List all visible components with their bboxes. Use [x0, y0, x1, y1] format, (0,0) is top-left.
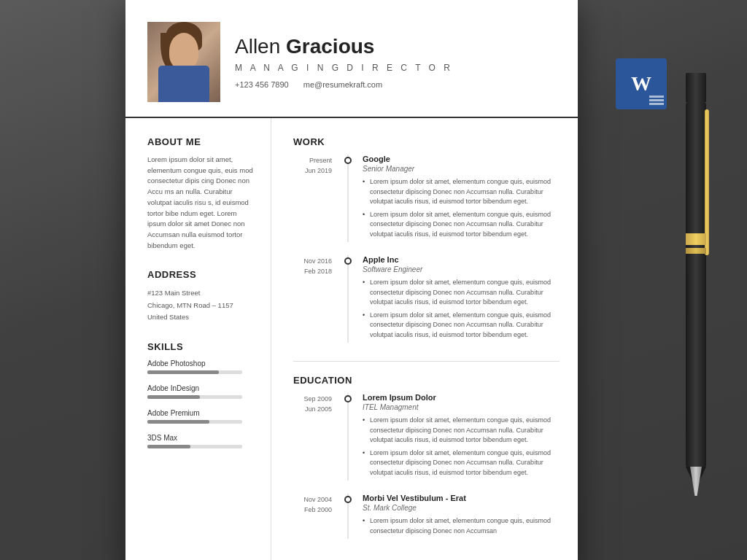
timeline-dot-area [341, 255, 355, 343]
work-bullet: Lorem ipsum dolor sit amet, elementum co… [363, 210, 560, 240]
word-icon: W [616, 58, 667, 109]
skill-bar-fill [147, 395, 200, 399]
email: me@resumekraft.com [303, 80, 382, 89]
about-title: ABOUT ME [147, 136, 256, 147]
edu-item: Nov 2004 Feb 2000 Morbi Vel Vestibulum -… [293, 494, 560, 539]
company-name: Google [363, 155, 560, 163]
job-title: M A N A G I N G D I R E C T O R [235, 63, 549, 73]
head [169, 33, 198, 69]
skill-name: Adobe Photoshop [147, 359, 256, 368]
skill-bar-bg [147, 445, 242, 448]
work-date-end: Feb 2018 [293, 267, 332, 277]
last-name: Gracious [286, 35, 374, 58]
edu-content: Lorem Ipsum Dolor ITEL Managment Lorem i… [355, 393, 560, 481]
skill-bar-fill [147, 370, 219, 374]
address-title: ADDRESS [147, 269, 256, 280]
work-item: Present Jun 2019 Google Senior Manager L… [293, 155, 560, 242]
skill-name: Adobe Premium [147, 409, 256, 417]
skill-bar-bg [147, 395, 242, 399]
work-bullet: Lorem ipsum dolor sit amet, elementum co… [363, 278, 560, 308]
timeline-dot [344, 257, 352, 265]
timeline-dot [344, 496, 352, 503]
work-bullets: Lorem ipsum dolor sit amet, elementum co… [363, 177, 560, 239]
resume-document: Allen Gracious M A N A G I N G D I R E C… [125, 0, 578, 560]
skill-item: Adobe Premium [147, 409, 256, 424]
company-name: Apple Inc [363, 255, 560, 264]
right-column: WORK Present Jun 2019 Google Senior Mana… [271, 118, 578, 560]
skill-bar-fill [147, 420, 209, 424]
skill-name: Adobe InDesign [147, 384, 256, 392]
timeline-line [348, 155, 349, 242]
edu-bullets: Lorem ipsum dolor sit amet, elementum co… [363, 416, 560, 478]
timeline-dot-area [341, 393, 355, 481]
address-line3: United States [147, 313, 189, 321]
institution-name: Morbi Vel Vestibulum - Erat [363, 494, 560, 502]
edu-item: Sep 2009 Jun 2005 Lorem Ipsum Dolor ITEL… [293, 393, 560, 481]
skill-bar-fill [147, 445, 190, 448]
work-date-start: Present [293, 156, 332, 166]
word-icon-letter: W [631, 72, 651, 95]
work-dates: Nov 2016 Feb 2018 [293, 255, 341, 343]
edu-bullet: Lorem ipsum dolor sit amet, elementum co… [363, 416, 560, 446]
full-name: Allen Gracious [235, 35, 549, 58]
timeline-dot [344, 395, 352, 402]
address-line2: Chicago, MTN Road – 1157 [147, 301, 233, 309]
profile-photo [147, 22, 220, 102]
work-content: Apple Inc Software Engineer Lorem ipsum … [355, 255, 560, 343]
header-info: Allen Gracious M A N A G I N G D I R E C… [235, 35, 549, 89]
timeline-line [348, 255, 349, 343]
pen-decoration [674, 73, 718, 496]
phone: +123 456 7890 [235, 80, 289, 89]
work-bullet: Lorem ipsum dolor sit amet, elementum co… [363, 177, 560, 207]
work-date-end: Jun 2019 [293, 166, 332, 176]
work-bullet: Lorem ipsum dolor sit amet, elementum co… [363, 311, 560, 341]
timeline-dot [344, 157, 352, 164]
work-item: Nov 2016 Feb 2018 Apple Inc Software Eng… [293, 255, 560, 343]
skill-name: 3DS Max [147, 434, 256, 442]
edu-date-start: Nov 2004 [293, 495, 332, 505]
work-section: WORK Present Jun 2019 Google Senior Mana… [293, 136, 560, 343]
work-bullets: Lorem ipsum dolor sit amet, elementum co… [363, 278, 560, 340]
first-name: Allen [235, 35, 280, 58]
skill-item: Adobe Photoshop [147, 359, 256, 374]
edu-bullet: Lorem ipsum dolor sit amet, elementum co… [363, 516, 560, 536]
edu-bullet: Lorem ipsum dolor sit amet, elementum co… [363, 448, 560, 478]
skills-title: SKILLS [147, 341, 256, 352]
resume-body: ABOUT ME Lorem ipsum dolor sit amet, ele… [125, 118, 578, 560]
edu-title: EDUCATION [293, 375, 560, 386]
resume-header: Allen Gracious M A N A G I N G D I R E C… [125, 0, 578, 118]
work-timeline: Present Jun 2019 Google Senior Manager L… [293, 155, 560, 343]
address-text: #123 Main Street Chicago, MTN Road – 115… [147, 287, 256, 322]
skill-bar-bg [147, 420, 242, 424]
edu-date-start: Sep 2009 [293, 394, 332, 405]
edu-timeline: Sep 2009 Jun 2005 Lorem Ipsum Dolor ITEL… [293, 393, 560, 539]
timeline-line [348, 393, 349, 481]
work-date-start: Nov 2016 [293, 257, 332, 267]
skill-item: 3DS Max [147, 434, 256, 448]
edu-content: Morbi Vel Vestibulum - Erat St. Mark Col… [355, 494, 560, 539]
education-section: EDUCATION Sep 2009 Jun 2005 Lorem Ipsum … [293, 375, 560, 539]
word-icon-lines [649, 96, 664, 106]
skills-list: Adobe Photoshop Adobe InDesign Adobe Pre… [147, 359, 256, 448]
edu-dates: Nov 2004 Feb 2000 [293, 494, 341, 539]
skill-item: Adobe InDesign [147, 384, 256, 399]
job-role: Software Engineer [363, 265, 560, 273]
timeline-dot-area [341, 155, 355, 242]
edu-bullets: Lorem ipsum dolor sit amet, elementum co… [363, 516, 560, 536]
work-title: WORK [293, 136, 560, 147]
skill-bar-bg [147, 370, 242, 374]
program-name: St. Mark College [363, 504, 560, 512]
work-content: Google Senior Manager Lorem ipsum dolor … [355, 155, 560, 242]
left-column: ABOUT ME Lorem ipsum dolor sit amet, ele… [125, 118, 271, 560]
timeline-dot-area [341, 494, 355, 539]
address-line1: #123 Main Street [147, 289, 200, 297]
edu-date-end: Feb 2000 [293, 505, 332, 516]
institution-name: Lorem Ipsum Dolor [363, 393, 560, 402]
job-role: Senior Manager [363, 165, 560, 173]
section-divider [293, 361, 560, 362]
program-name: ITEL Managment [363, 403, 560, 411]
edu-dates: Sep 2009 Jun 2005 [293, 393, 341, 481]
edu-date-end: Jun 2005 [293, 405, 332, 415]
work-dates: Present Jun 2019 [293, 155, 341, 242]
contact-info: +123 456 7890 me@resumekraft.com [235, 80, 549, 89]
